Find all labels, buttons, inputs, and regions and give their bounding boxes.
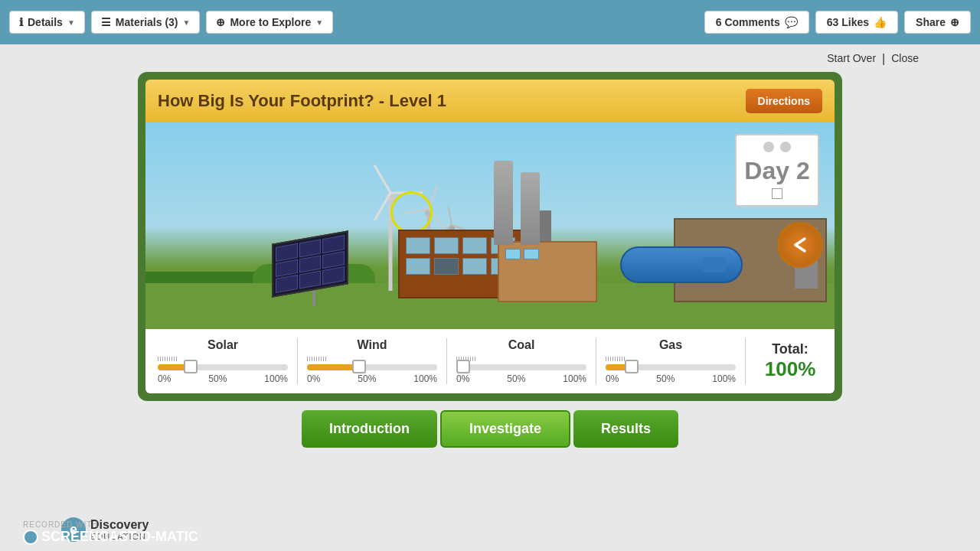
comment-icon: 💬 bbox=[785, 16, 798, 28]
svg-line-12 bbox=[449, 207, 452, 225]
slider-max-label: 100% bbox=[712, 373, 736, 384]
day-dots bbox=[743, 142, 812, 152]
day-counter: Day 2 bbox=[735, 134, 819, 207]
panel-header: How Big Is Your Footprint? - Level 1 Dir… bbox=[145, 80, 835, 122]
info-icon: ℹ bbox=[19, 16, 23, 28]
tick-mark bbox=[321, 357, 322, 361]
slider-section-wind: Wind 0% 50% 100% bbox=[298, 338, 447, 384]
tick-mark bbox=[470, 357, 471, 361]
tick-mark bbox=[318, 357, 319, 361]
details-button[interactable]: ℹ Details ▼ bbox=[9, 11, 85, 34]
tick-mark bbox=[615, 357, 616, 361]
slider-max-label: 100% bbox=[264, 373, 288, 384]
tick-mark bbox=[172, 357, 172, 361]
slider-thumb[interactable] bbox=[456, 360, 470, 373]
details-label: Details bbox=[28, 16, 63, 28]
slider-mid-label: 50% bbox=[507, 373, 525, 384]
tick-mark bbox=[176, 357, 177, 361]
slider-min-label: 0% bbox=[456, 373, 469, 384]
nav-button-investigate[interactable]: Investigate bbox=[440, 410, 570, 448]
slider-mid-label: 50% bbox=[208, 373, 227, 384]
slider-track-solar[interactable] bbox=[158, 364, 288, 370]
tick-mark bbox=[169, 357, 170, 361]
tick-mark bbox=[472, 357, 473, 361]
tick-mark bbox=[610, 357, 611, 361]
tick-mark bbox=[312, 357, 312, 361]
start-over-link[interactable]: Start Over bbox=[827, 52, 876, 66]
slider-tick-row bbox=[158, 357, 288, 361]
slider-min-label: 0% bbox=[158, 373, 171, 384]
tick-mark bbox=[314, 357, 315, 361]
tick-mark bbox=[608, 357, 609, 361]
solar-cell bbox=[276, 243, 298, 262]
svg-line-8 bbox=[429, 209, 445, 228]
window bbox=[462, 258, 487, 275]
panel-title: How Big Is Your Footprint? - Level 1 bbox=[158, 91, 446, 111]
tick-mark bbox=[158, 357, 158, 361]
slider-min-label: 0% bbox=[606, 373, 619, 384]
window bbox=[406, 258, 430, 275]
materials-icon: ☰ bbox=[101, 16, 111, 28]
close-link[interactable]: Close bbox=[891, 52, 919, 66]
share-button[interactable]: Share ⊕ bbox=[904, 11, 971, 34]
slider-tick-row bbox=[307, 357, 437, 361]
sliders-area: Solar 0% 50% 100% Wind 0% 50% 100% Coal bbox=[145, 329, 835, 393]
directions-button[interactable]: Directions bbox=[746, 89, 822, 113]
chimney-2 bbox=[521, 172, 540, 245]
scene: Day 2 bbox=[145, 122, 835, 329]
slider-track-coal[interactable] bbox=[456, 364, 586, 370]
slider-track-gas[interactable] bbox=[606, 364, 736, 370]
gas-tank-detail bbox=[703, 257, 726, 272]
tick-mark bbox=[619, 357, 620, 361]
screencast-watermark: RECORDED WITH SCREENCAST-O-MATIC bbox=[23, 520, 198, 545]
tick-mark bbox=[160, 357, 161, 361]
tick-mark bbox=[606, 357, 606, 361]
gas-tank bbox=[620, 246, 743, 283]
day-checkbox[interactable] bbox=[772, 188, 782, 199]
more-button[interactable]: ⊕ More to Explore ▼ bbox=[206, 11, 333, 34]
slider-labels: 0% 50% 100% bbox=[456, 373, 586, 384]
total-section: Total: 100% bbox=[746, 341, 822, 381]
comments-button[interactable]: 6 Comments 💬 bbox=[704, 11, 809, 34]
tick-mark bbox=[309, 357, 310, 361]
toolbar-right: 6 Comments 💬 63 Likes 👍 Share ⊕ bbox=[704, 11, 971, 34]
svg-line-7 bbox=[429, 185, 437, 209]
nav-button-results[interactable]: Results bbox=[573, 410, 678, 448]
slider-label-solar: Solar bbox=[158, 338, 288, 352]
bottom-nav: IntroductionInvestigateResults bbox=[302, 410, 678, 448]
solar-cell bbox=[276, 275, 298, 293]
tick-mark bbox=[316, 357, 317, 361]
window bbox=[406, 237, 430, 254]
slider-thumb[interactable] bbox=[184, 360, 198, 373]
materials-button[interactable]: ☰ Materials (3) ▼ bbox=[91, 11, 201, 34]
tick-mark bbox=[307, 357, 308, 361]
slider-track-wind[interactable] bbox=[307, 364, 437, 370]
solar-cell bbox=[299, 271, 322, 289]
solar-cell bbox=[276, 259, 298, 278]
tick-mark bbox=[162, 357, 163, 361]
slider-thumb[interactable] bbox=[625, 360, 639, 373]
more-arrow-icon: ▼ bbox=[315, 18, 323, 27]
comments-label: 6 Comments bbox=[716, 16, 780, 28]
slider-labels: 0% 50% 100% bbox=[606, 373, 736, 384]
total-label: Total: bbox=[758, 341, 822, 357]
slider-min-label: 0% bbox=[307, 373, 320, 384]
more-label: More to Explore bbox=[230, 16, 311, 28]
tick-mark bbox=[617, 357, 618, 361]
materials-label: Materials (3) bbox=[116, 16, 178, 28]
plus-icon: ⊕ bbox=[216, 16, 225, 28]
plant-window bbox=[505, 249, 521, 259]
tick-mark bbox=[622, 357, 622, 361]
screencast-text: SCREENCAST-O-MATIC bbox=[41, 529, 198, 545]
likes-button[interactable]: 63 Likes 👍 bbox=[815, 11, 898, 34]
back-button[interactable] bbox=[777, 222, 823, 268]
tick-mark bbox=[165, 357, 165, 361]
slider-thumb[interactable] bbox=[352, 360, 366, 373]
content-area: Start Over | Close How Big Is Your Footp… bbox=[0, 44, 980, 551]
slider-section-coal: Coal 0% 50% 100% bbox=[447, 338, 596, 384]
svg-line-2 bbox=[374, 165, 390, 193]
nav-button-intro[interactable]: Introduction bbox=[302, 410, 437, 448]
window bbox=[434, 237, 459, 254]
likes-label: 63 Likes bbox=[827, 16, 869, 28]
slider-labels: 0% 50% 100% bbox=[158, 373, 288, 384]
